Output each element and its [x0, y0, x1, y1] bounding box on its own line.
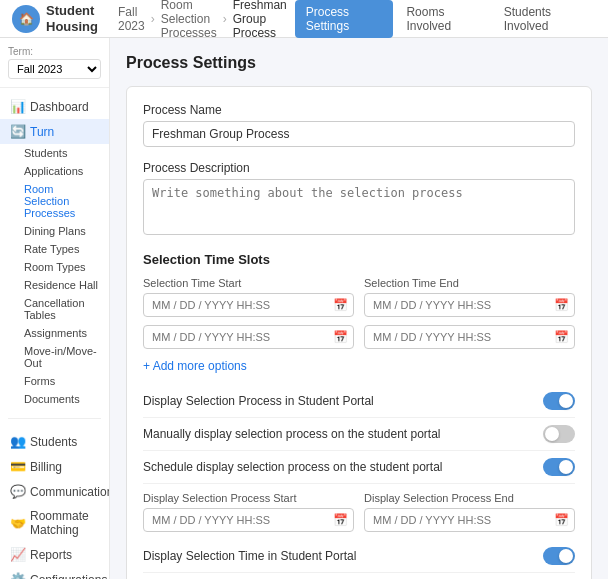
sidebar-submenu: Students Applications Room Selection Pro… — [0, 144, 109, 408]
time-slots-row1: Selection Time Start 📅 Selection Time En… — [143, 277, 575, 317]
display-end-wrap: 📅 — [364, 508, 575, 532]
communication-icon: 💬 — [10, 484, 24, 499]
term-dropdown[interactable]: Fall 2023 — [8, 59, 101, 79]
calendar-icon-3[interactable]: 📅 — [333, 330, 348, 344]
sidebar-item-students-section[interactable]: 👥 Students — [0, 429, 109, 454]
configurations-icon: ⚙️ — [10, 572, 24, 579]
tab-process-settings[interactable]: Process Settings — [295, 0, 394, 38]
reports-icon: 📈 — [10, 547, 24, 562]
term-label: Term: — [8, 46, 101, 57]
calendar-icon[interactable]: 📅 — [333, 298, 348, 312]
breadcrumb-current: Freshman Group Process — [233, 0, 287, 40]
brand-name: StudentHousing — [46, 3, 98, 34]
toggle-manually-display[interactable] — [543, 425, 575, 443]
calendar-icon-4[interactable]: 📅 — [554, 330, 569, 344]
time-start-input[interactable] — [143, 293, 354, 317]
time-slots-row2: 📅 📅 — [143, 325, 575, 349]
time-end-wrap: 📅 — [364, 293, 575, 317]
toggle-display-time-portal[interactable] — [543, 547, 575, 565]
toggle-row-display-portal: Display Selection Process in Student Por… — [143, 385, 575, 418]
display-start-col: Display Selection Process Start 📅 — [143, 492, 354, 532]
sidebar-item-rate-types[interactable]: Rate Types — [16, 240, 109, 258]
sidebar-item-documents[interactable]: Documents — [16, 390, 109, 408]
sidebar-item-move-in-out[interactable]: Move-in/Move-Out — [16, 342, 109, 372]
sidebar-item-forms[interactable]: Forms — [16, 372, 109, 390]
toggle-schedule-display[interactable] — [543, 458, 575, 476]
toggle-label-display-time-portal: Display Selection Time in Student Portal — [143, 549, 356, 563]
add-more-button[interactable]: + Add more options — [143, 357, 247, 375]
breadcrumb-section: Room Selection Processes — [161, 0, 217, 40]
time-start-label: Selection Time Start — [143, 277, 354, 289]
sidebar-main-nav: 📊 Dashboard 🔄 Turn Students Applications… — [0, 88, 109, 414]
sidebar-item-room-types[interactable]: Room Types — [16, 258, 109, 276]
display-end-col: Display Selection Process End 📅 — [364, 492, 575, 532]
sidebar-item-roommate-matching[interactable]: 🤝 Roommate Matching — [0, 504, 109, 542]
toggle-row-schedule-display: Schedule display selection process on th… — [143, 451, 575, 484]
time-start-wrap2: 📅 — [143, 325, 354, 349]
dashboard-icon: 📊 — [10, 99, 24, 114]
brand: 🏠 StudentHousing — [12, 3, 98, 34]
brand-icon: 🏠 — [12, 5, 40, 33]
toggle-label-display-portal: Display Selection Process in Student Por… — [143, 394, 374, 408]
toggle-row-manually-display-time: Manually display selection time on the s… — [143, 573, 575, 579]
students-icon: 👥 — [10, 434, 24, 449]
sidebar-item-dining-plans[interactable]: Dining Plans — [16, 222, 109, 240]
process-settings-form: Process Name Process Description Selecti… — [126, 86, 592, 579]
sidebar-item-applications[interactable]: Applications — [16, 162, 109, 180]
process-name-group: Process Name — [143, 103, 575, 147]
sidebar-item-residence-hall[interactable]: Residence Hall — [16, 276, 109, 294]
sidebar-item-cancellation-tables[interactable]: Cancellation Tables — [16, 294, 109, 324]
sidebar-item-assignments[interactable]: Assignments — [16, 324, 109, 342]
tab-rooms-involved[interactable]: Rooms Involved — [395, 0, 490, 38]
calendar-icon-2[interactable]: 📅 — [554, 298, 569, 312]
toggle-row-display-time-portal: Display Selection Time in Student Portal — [143, 540, 575, 573]
sidebar-extra-nav: 👥 Students 💳 Billing 💬 Communication 🤝 R… — [0, 423, 109, 579]
time-end-col: Selection Time End 📅 — [364, 277, 575, 317]
display-start-input[interactable] — [143, 508, 354, 532]
time-end-input2[interactable] — [364, 325, 575, 349]
time-end-wrap2: 📅 — [364, 325, 575, 349]
roommate-icon: 🤝 — [10, 516, 24, 531]
process-desc-input[interactable] — [143, 179, 575, 235]
sidebar-item-dashboard[interactable]: 📊 Dashboard — [0, 94, 109, 119]
calendar-icon-6[interactable]: 📅 — [554, 513, 569, 527]
breadcrumb: Fall 2023 › Room Selection Processes › F… — [118, 0, 287, 40]
process-name-label: Process Name — [143, 103, 575, 117]
display-end-input[interactable] — [364, 508, 575, 532]
turn-icon: 🔄 — [10, 124, 24, 139]
toggle-label-manually-display: Manually display selection process on th… — [143, 427, 441, 441]
sidebar-item-turn[interactable]: 🔄 Turn — [0, 119, 109, 144]
process-name-input[interactable] — [143, 121, 575, 147]
toggle-row-manually-display: Manually display selection process on th… — [143, 418, 575, 451]
time-start-wrap: 📅 — [143, 293, 354, 317]
time-end-col2: 📅 — [364, 325, 575, 349]
sidebar-item-room-selection[interactable]: Room Selection Processes — [16, 180, 109, 222]
time-end-label: Selection Time End — [364, 277, 575, 289]
main-content: Process Settings Process Name Process De… — [110, 38, 608, 579]
time-slots-heading: Selection Time Slots — [143, 252, 575, 267]
sidebar-item-students[interactable]: Students — [16, 144, 109, 162]
sidebar-item-billing[interactable]: 💳 Billing — [0, 454, 109, 479]
time-start-input2[interactable] — [143, 325, 354, 349]
time-end-input[interactable] — [364, 293, 575, 317]
calendar-icon-5[interactable]: 📅 — [333, 513, 348, 527]
tab-students-involved[interactable]: Students Involved — [493, 0, 596, 38]
sidebar-divider — [8, 418, 101, 419]
time-start-col: Selection Time Start 📅 — [143, 277, 354, 317]
process-dates-grid: Display Selection Process Start 📅 Displa… — [143, 492, 575, 532]
process-desc-label: Process Description — [143, 161, 575, 175]
toggle-display-portal[interactable] — [543, 392, 575, 410]
display-end-label: Display Selection Process End — [364, 492, 575, 504]
billing-icon: 💳 — [10, 459, 24, 474]
nav-tabs: Process Settings Rooms Involved Students… — [295, 0, 596, 38]
toggle-label-schedule-display: Schedule display selection process on th… — [143, 460, 443, 474]
time-start-col2: 📅 — [143, 325, 354, 349]
main-layout: Term: Fall 2023 📊 Dashboard 🔄 Turn Stude… — [0, 38, 608, 579]
sidebar-item-reports[interactable]: 📈 Reports — [0, 542, 109, 567]
display-start-label: Display Selection Process Start — [143, 492, 354, 504]
sidebar: Term: Fall 2023 📊 Dashboard 🔄 Turn Stude… — [0, 38, 110, 579]
sidebar-item-configurations[interactable]: ⚙️ Configurations — [0, 567, 109, 579]
term-select-wrap: Term: Fall 2023 — [0, 38, 109, 88]
top-nav: 🏠 StudentHousing Fall 2023 › Room Select… — [0, 0, 608, 38]
sidebar-item-communication[interactable]: 💬 Communication — [0, 479, 109, 504]
